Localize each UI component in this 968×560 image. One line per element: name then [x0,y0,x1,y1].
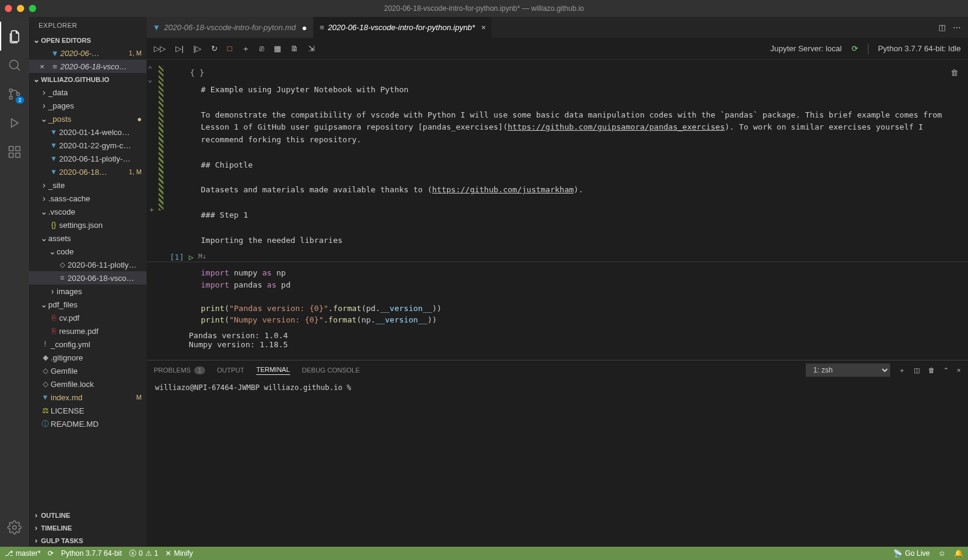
cell-move-controls: ⌃ ⌄ [148,64,153,84]
settings-gear-icon[interactable] [0,513,29,542]
gulp-header[interactable]: ›GULP TASKS [29,534,147,547]
file-post[interactable]: ▼2020-01-14-welco… [29,125,147,139]
close-icon[interactable]: × [481,23,486,32]
add-cell-icon[interactable]: ＋ [242,43,250,54]
markdown-icon: ▼ [153,23,160,32]
open-editor-item[interactable]: × ≡ 2020-06-18-vsco… [29,60,147,73]
file-config[interactable]: !_config.yml [29,338,147,351]
file-resume[interactable]: ⎘resume.pdf [29,324,147,338]
run-below-icon[interactable]: |▷ [193,44,201,53]
folder-sass[interactable]: ›.sass-cache [29,192,147,205]
terminal[interactable]: williazo@NPI-67464-JWMBP williazo.github… [147,380,968,547]
close-icon[interactable]: × [40,62,49,71]
file-gemlock[interactable]: ◇Gemfile.lock [29,377,147,391]
markdown-toggle-icon[interactable]: M↓ [198,253,206,260]
source-control-icon[interactable]: 2 [0,80,29,109]
sync-status[interactable]: ⟳ [48,549,54,558]
folder-assets[interactable]: ⌄assets [29,231,147,245]
editor-tabs: ▼ 2020-06-18-vscode-intro-for-pyton.md ●… [147,17,968,38]
code-cell[interactable]: import numpy as np import pandas as pd p… [147,262,968,331]
tab-terminal[interactable]: TERMINAL [256,366,290,375]
tab-problems[interactable]: PROBLEMS1 [154,367,205,374]
open-editor-item[interactable]: ▼ 2020-06-… 1, M [29,46,147,60]
file-code[interactable]: ≡2020-06-18-vsco… [29,271,147,285]
search-icon[interactable] [0,51,29,80]
editor-tab[interactable]: ▼ 2020-06-18-vscode-intro-for-pyton.md ● [147,17,314,38]
split-terminal-icon[interactable]: ◫ [914,367,920,374]
link-pandas-exercises[interactable]: https://github.com/guipsamora/pandas_exe… [508,122,725,131]
move-up-icon[interactable]: ⌃ [148,64,153,74]
git-branch-status[interactable]: ⎇ master* [5,549,40,558]
notebook-body[interactable]: ⌃ ⌄ ＋ { } 🗑 # Example using Jupyter Note… [147,60,968,360]
folder-vscode[interactable]: ⌄.vscode [29,205,147,218]
delete-cell-icon[interactable]: 🗑 [951,68,958,77]
notifications-icon[interactable]: 🔔 [954,549,963,558]
file-license[interactable]: ⚖LICENSE [29,404,147,417]
new-terminal-icon[interactable]: ＋ [899,366,905,375]
go-live-status[interactable]: 📡 Go Live [893,549,929,558]
extensions-icon[interactable] [0,137,29,166]
file-post[interactable]: ▼2020-06-18…1, M [29,165,147,178]
folder-code[interactable]: ⌄code [29,245,147,258]
file-cv[interactable]: ⎘cv.pdf [29,311,147,324]
editor-area: ▼ 2020-06-18-vscode-intro-for-pyton.md ●… [147,17,968,547]
folder-data[interactable]: ›_data [29,86,147,99]
folder-images[interactable]: ›images [29,285,147,298]
minimize-window-button[interactable] [17,5,24,12]
more-actions-icon[interactable]: ⋯ [953,23,961,32]
maximize-panel-icon[interactable]: ⌃ [943,367,949,374]
restart-icon[interactable]: ↻ [211,44,218,53]
save-icon[interactable]: 🗎 [291,44,299,53]
markdown-cell[interactable]: # Example using Jupyter Notebook with Py… [147,60,968,253]
minify-status[interactable]: ✕ Minify [165,549,192,558]
terminal-selector[interactable]: 1: zsh [806,363,890,377]
problems-status[interactable]: ⓧ 0 ⚠ 1 [129,549,158,559]
kill-terminal-icon[interactable]: 🗑 [928,367,935,374]
file-gemfile[interactable]: ◇Gemfile [29,364,147,377]
move-down-icon[interactable]: ⌄ [148,75,153,84]
file-index[interactable]: ▼index.mdM [29,391,147,404]
interrupt-icon[interactable]: □ [227,44,232,53]
jupyter-server-label[interactable]: Jupyter Server: local [770,44,842,53]
file-code[interactable]: ◇2020-06-11-plotly… [29,258,147,271]
add-cell-icon[interactable]: ＋ [148,204,156,215]
split-editor-icon[interactable]: ◫ [938,23,946,32]
close-window-button[interactable] [5,5,12,12]
variables-icon[interactable]: ▦ [274,44,281,53]
run-debug-icon[interactable] [0,109,29,137]
timeline-header[interactable]: ›TIMELINE [29,521,147,534]
file-gitignore[interactable]: ◆.gitignore [29,351,147,364]
folder-site[interactable]: ›_site [29,178,147,192]
run-above-icon[interactable]: ▷| [176,44,183,53]
cell-braces-icon: { } [190,68,204,77]
feedback-icon[interactable]: ☺ [938,549,946,558]
close-panel-icon[interactable]: × [957,367,961,374]
outline-header[interactable]: ›OUTLINE [29,509,147,521]
run-cell-icon[interactable]: ▷ [189,253,194,262]
export-icon[interactable]: ⇲ [308,44,315,53]
window-title: 2020-06-18-vscode-intro-for-python.ipynb… [384,4,584,13]
file-settings[interactable]: {}settings.json [29,218,147,231]
maximize-window-button[interactable] [29,5,36,12]
file-readme[interactable]: ⓘREADME.MD [29,417,147,430]
workspace-header[interactable]: ⌄ WILLIAZO.GITHUB.IO [29,73,147,86]
markdown-icon: ▼ [49,49,60,58]
file-post[interactable]: ▼2020-06-11-plotly-… [29,152,147,165]
tab-output[interactable]: OUTPUT [217,367,244,374]
info-icon: ⓘ [40,419,51,429]
folder-posts[interactable]: ⌄_posts● [29,112,147,125]
editor-tab[interactable]: ≡ 2020-06-18-vscode-intro-for-python.ipy… [314,17,492,38]
run-all-icon[interactable]: ▷▷ [154,44,166,53]
python-env-status[interactable]: Python 3.7.7 64-bit [61,549,122,558]
tab-debug-console[interactable]: DEBUG CONSOLE [302,367,360,374]
folder-pdf[interactable]: ⌄pdf_files [29,298,147,311]
cell-output: Pandas version: 1.0.4 Numpy version: 1.1… [147,331,968,356]
kernel-label[interactable]: Python 3.7.7 64-bit: Idle [878,44,961,53]
folder-pages[interactable]: ›_pages [29,99,147,112]
link-justmarkham[interactable]: https://github.com/justmarkham [432,185,574,194]
file-post[interactable]: ▼2020-01-22-gym-c… [29,139,147,152]
scm-badge: 2 [16,96,24,104]
clear-output-icon[interactable]: ⎚ [259,44,264,53]
explorer-icon[interactable] [0,22,29,51]
open-editors-header[interactable]: ⌄ OPEN EDITORS [29,34,147,46]
